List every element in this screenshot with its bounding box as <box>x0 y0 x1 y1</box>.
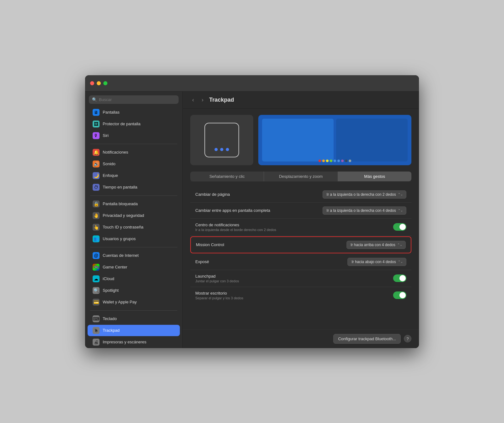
setting-label-cambiar-pagina: Cambiar de página <box>195 192 323 197</box>
gesture-dot-3 <box>330 160 332 162</box>
pantalla-bloqueada-icon: 🔒 <box>93 200 100 207</box>
sidebar-item-cuentas[interactable]: @Cuentas de Internet <box>88 250 180 261</box>
privacidad-label: Privacidad y seguridad <box>103 213 144 218</box>
search-bar[interactable]: 🔍 <box>89 95 179 104</box>
sidebar-item-pantallas[interactable]: 🖥Pantallas <box>88 107 180 118</box>
trackpad-dots <box>215 148 229 151</box>
sidebar-item-notificaciones[interactable]: 🔔Notificaciones <box>88 147 180 158</box>
gesture-dot-6 <box>341 160 344 162</box>
sidebar-divider <box>90 144 177 144</box>
tab-desplazamiento[interactable]: Desplazamiento y zoom <box>264 172 338 181</box>
tiempo-label: Tiempo en pantalla <box>103 185 137 189</box>
toggle-launchpad[interactable] <box>393 274 406 282</box>
setting-row-mission-control: Mission ControlIr hacia arriba con 4 ded… <box>190 236 411 253</box>
configure-bluetooth-button[interactable]: Configurar trackpad Bluetooth... <box>333 334 401 344</box>
toggle-mostrar-escritorio[interactable] <box>393 291 406 299</box>
sidebar-item-siri[interactable]: 🎙Siri <box>88 130 180 141</box>
icloud-icon: ☁ <box>93 275 100 282</box>
search-input[interactable] <box>99 97 175 102</box>
protector-label: Protector de pantalla <box>103 121 140 126</box>
sidebar-item-usuarios[interactable]: 👥Usuarios y grupos <box>88 233 180 245</box>
usuarios-label: Usuarios y grupos <box>103 236 136 241</box>
sidebar-item-sonido[interactable]: 🔊Sonido <box>88 158 180 170</box>
setting-row-mostrar-escritorio: Mostrar escritorioSeparar el pulgar y lo… <box>190 287 411 304</box>
sidebar-item-wallet[interactable]: 💳Wallet y Apple Pay <box>88 296 180 308</box>
dropdown-cambiar-apps[interactable]: Ir a la izquierda o la derecha con 4 ded… <box>323 206 406 215</box>
gesture-dot-0 <box>318 160 321 162</box>
setting-label-group-expose: Exposé <box>195 259 347 264</box>
setting-control-centro-notificaciones <box>393 223 406 231</box>
setting-label-cambiar-apps: Cambiar entre apps en pantalla completa <box>195 208 323 213</box>
maximize-button[interactable] <box>103 81 107 85</box>
sidebar-item-privacidad[interactable]: 🤚Privacidad y seguridad <box>88 210 180 221</box>
pantallas-label: Pantallas <box>103 110 119 115</box>
dropdown-cambiar-pagina[interactable]: Ir a la izquierda o la derecha con 2 ded… <box>323 190 406 199</box>
sidebar-item-pantalla-bloqueada[interactable]: 🔒Pantalla bloqueada <box>88 198 180 210</box>
sidebar-items: 🖥Pantallas🖼Protector de pantalla🎙Siri🔔No… <box>85 106 182 348</box>
preview-section <box>190 115 411 165</box>
sonido-label: Sonido <box>103 161 115 166</box>
gesture-dots-row <box>258 160 411 162</box>
forward-button[interactable]: › <box>200 96 205 104</box>
setting-control-launchpad <box>393 274 406 282</box>
setting-label-expose: Exposé <box>195 259 347 264</box>
gesture-dot-4 <box>334 160 336 162</box>
minimize-button[interactable] <box>97 81 101 85</box>
titlebar <box>85 75 419 92</box>
pantallas-icon: 🖥 <box>93 109 100 116</box>
sidebar-item-touchid[interactable]: 👆Touch ID y contraseña <box>88 222 180 233</box>
dropdown-expose[interactable]: Ir hacia abajo con 4 dedos⌃⌄ <box>347 258 406 266</box>
content-area: 🔍 🖥Pantallas🖼Protector de pantalla🎙Siri🔔… <box>85 92 419 348</box>
setting-label-group-cambiar-apps: Cambiar entre apps en pantalla completa <box>195 208 323 213</box>
privacidad-icon: 🤚 <box>93 212 100 219</box>
tab-masgestos[interactable]: Más gestos <box>338 172 411 181</box>
setting-label-mission-control: Mission Control <box>196 242 346 247</box>
tab-senalamiento[interactable]: Señalamiento y clic <box>190 172 264 181</box>
toggle-centro-notificaciones[interactable] <box>393 223 406 231</box>
main-window: 🔍 🖥Pantallas🖼Protector de pantalla🎙Siri🔔… <box>85 75 419 348</box>
setting-row-expose: ExposéIr hacia abajo con 4 dedos⌃⌄ <box>190 254 411 270</box>
trackpad-label: Trackpad <box>103 328 120 333</box>
sidebar-item-spotlight[interactable]: 🔍Spotlight <box>88 285 180 296</box>
cuentas-label: Cuentas de Internet <box>103 253 139 258</box>
help-button[interactable]: ? <box>404 335 411 342</box>
gesture-pane-left <box>262 119 334 161</box>
sidebar-item-icloud[interactable]: ☁iCloud <box>88 273 180 285</box>
gesture-dot-1 <box>322 160 325 162</box>
dot-3 <box>226 148 229 151</box>
sidebar-divider <box>90 310 177 311</box>
impresoras-label: Impresoras y escáneres <box>103 340 146 344</box>
sidebar-item-enfoque[interactable]: 🌙Enfoque <box>88 170 180 181</box>
siri-icon: 🎙 <box>93 132 100 139</box>
back-button[interactable]: ‹ <box>190 96 196 104</box>
close-button[interactable] <box>90 81 94 85</box>
sidebar-item-protector[interactable]: 🖼Protector de pantalla <box>88 118 180 130</box>
setting-label-mostrar-escritorio: Mostrar escritorio <box>195 291 393 296</box>
sidebar-divider <box>90 247 177 247</box>
sonido-icon: 🔊 <box>93 161 100 167</box>
teclado-icon: ⌨ <box>93 315 100 322</box>
sidebar-item-tiempo[interactable]: ⏱Tiempo en pantalla <box>88 182 180 193</box>
sidebar-item-trackpad[interactable]: 🖱Trackpad <box>88 325 180 336</box>
dropdown-label-mission-control: Ir hacia arriba con 4 dedos <box>351 243 395 247</box>
sidebar-item-teclado[interactable]: ⌨Teclado <box>88 313 180 324</box>
setting-label-group-centro-notificaciones: Centro de notificacionesIr a la izquierd… <box>195 223 393 232</box>
usuarios-icon: 👥 <box>93 235 100 242</box>
sidebar-item-impresoras[interactable]: 🖨Impresoras y escáneres <box>88 336 180 348</box>
bottom-bar: Configurar trackpad Bluetooth... ? <box>183 329 419 348</box>
traffic-lights <box>90 81 107 85</box>
touchid-label: Touch ID y contraseña <box>103 225 143 229</box>
chevron-icon: ⌃⌄ <box>398 260 403 263</box>
gesture-dot-5 <box>337 160 340 162</box>
tiempo-icon: ⏱ <box>93 184 100 191</box>
panel-content: Señalamiento y clicDesplazamiento y zoom… <box>183 109 419 329</box>
setting-label-group-launchpad: LaunchpadJuntar el pulgar con 3 dedos <box>195 274 393 283</box>
gamecenter-icon: 🎮 <box>93 264 100 271</box>
setting-sublabel-mostrar-escritorio: Separar el pulgar y los 3 dedos <box>195 296 393 300</box>
touchid-icon: 👆 <box>93 224 100 231</box>
impresoras-icon: 🖨 <box>93 339 100 346</box>
settings-list: Cambiar de páginaIr a la izquierda o la … <box>190 187 411 304</box>
sidebar-item-gamecenter[interactable]: 🎮Game Center <box>88 262 180 273</box>
dropdown-mission-control[interactable]: Ir hacia arriba con 4 dedos⌃⌄ <box>346 241 406 249</box>
panel-title: Trackpad <box>209 97 234 103</box>
